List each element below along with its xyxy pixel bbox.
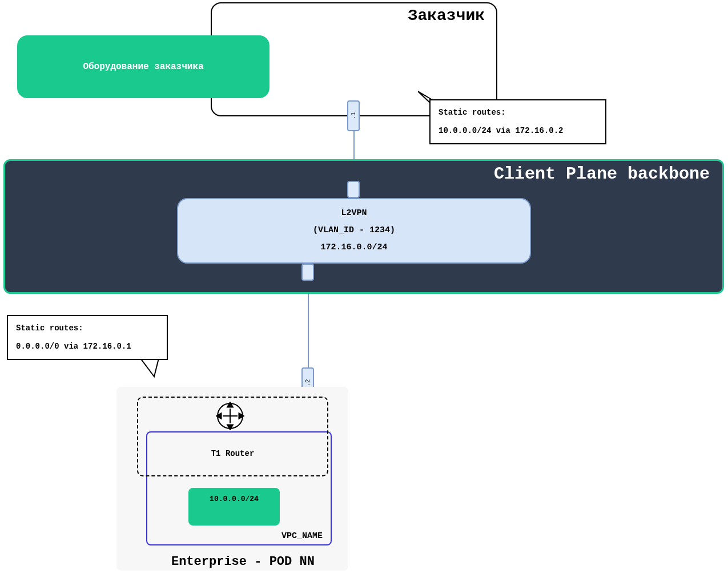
l2vpn-line3: 172.16.0.0/24 [178,239,530,256]
subnet-box: 10.0.0.0/24 [188,488,280,526]
subnet-label: 10.0.0.0/24 [210,495,259,503]
enterprise-routes-callout: Static routes: 0.0.0.0/0 via 172.16.0.1 [7,315,168,360]
customer-equipment-label: Оборудование заказчика [83,62,203,72]
enterprise-port-label: .2 [304,379,311,386]
enterprise-routes-title: Static routes: [16,322,159,334]
t1-router-label: T1 Router [211,449,255,458]
customer-routes-callout: Static routes: 10.0.0.0/24 via 172.16.0.… [429,99,606,144]
diagram-canvas: Заказчик Оборудование заказчика .1 Stati… [0,0,728,578]
customer-routes-title: Static routes: [439,106,597,119]
l2vpn-port-bottom [301,264,314,281]
router-icon [216,402,244,430]
customer-routes-line: 10.0.0.0/24 via 172.16.0.2 [439,124,597,137]
l2vpn-port-top [347,181,360,198]
l2vpn-line1: L2VPN [178,205,530,222]
customer-port-label: .1 [350,112,357,119]
l2vpn-box: L2VPN (VLAN_ID - 1234) 172.16.0.0/24 [177,198,531,264]
customer-port: .1 [347,100,360,131]
customer-title: Заказчик [408,7,485,25]
l2vpn-line2: (VLAN_ID - 1234) [178,222,530,239]
backbone-title: Client Plane backbone [494,164,710,184]
vpc-label: VPC_NAME [281,531,323,541]
enterprise-routes-line: 0.0.0.0/0 via 172.16.0.1 [16,340,159,353]
customer-equipment: Оборудование заказчика [17,35,270,98]
enterprise-pod-label: Enterprise - POD NN [171,555,315,569]
